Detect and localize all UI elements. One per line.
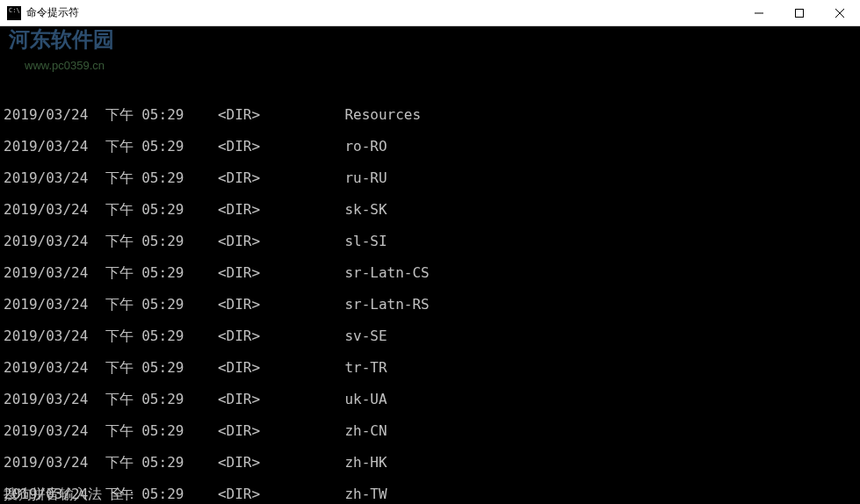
dir-row: 2019/03/24 下午 05:29 <DIR> sr-Latn-RS <box>4 297 856 313</box>
dir-row: 2019/03/24 下午 05:29 <DIR> sr-Latn-CS <box>4 265 856 281</box>
minimize-button[interactable] <box>739 0 779 25</box>
close-button[interactable] <box>820 0 860 25</box>
watermark-url: www.pc0359.cn <box>25 58 105 74</box>
window-title: 命令提示符 <box>26 5 739 20</box>
dir-row: 2019/03/24 下午 05:29 <DIR> zh-HK <box>4 455 856 471</box>
terminal-area[interactable]: 河东软件园 www.pc0359.cn 2019/03/24 下午 05:29 … <box>0 26 860 504</box>
dir-row: 2019/03/24 下午 05:29 <DIR> zh-CN <box>4 423 856 439</box>
dir-row: 2019/03/24 下午 05:29 <DIR> sv-SE <box>4 328 856 344</box>
svg-rect-1 <box>796 9 804 17</box>
window-titlebar: 命令提示符 <box>0 0 860 26</box>
dir-row: 2019/03/24 下午 05:29 <DIR> sk-SK <box>4 202 856 218</box>
dir-row: 2019/03/24 下午 05:29 <DIR> ro-RO <box>4 139 856 155</box>
dir-row: 2019/03/24 下午 05:29 <DIR> zh-TW <box>4 486 856 502</box>
cmd-icon <box>7 6 21 20</box>
maximize-button[interactable] <box>779 0 820 25</box>
dir-row: 2019/03/24 下午 05:29 <DIR> uk-UA <box>4 392 856 407</box>
window-controls <box>739 0 860 25</box>
dir-row: 2019/03/24 下午 05:29 <DIR> tr-TR <box>4 360 856 376</box>
terminal-output: 2019/03/24 下午 05:29 <DIR> Resources 2019… <box>4 91 856 504</box>
dir-row: 2019/03/24 下午 05:29 <DIR> Resources <box>4 107 856 123</box>
dir-row: 2019/03/24 下午 05:29 <DIR> sl-SI <box>4 234 856 249</box>
watermark-text: 河东软件园 <box>9 32 114 47</box>
dir-row: 2019/03/24 下午 05:29 <DIR> ru-RU <box>4 170 856 186</box>
